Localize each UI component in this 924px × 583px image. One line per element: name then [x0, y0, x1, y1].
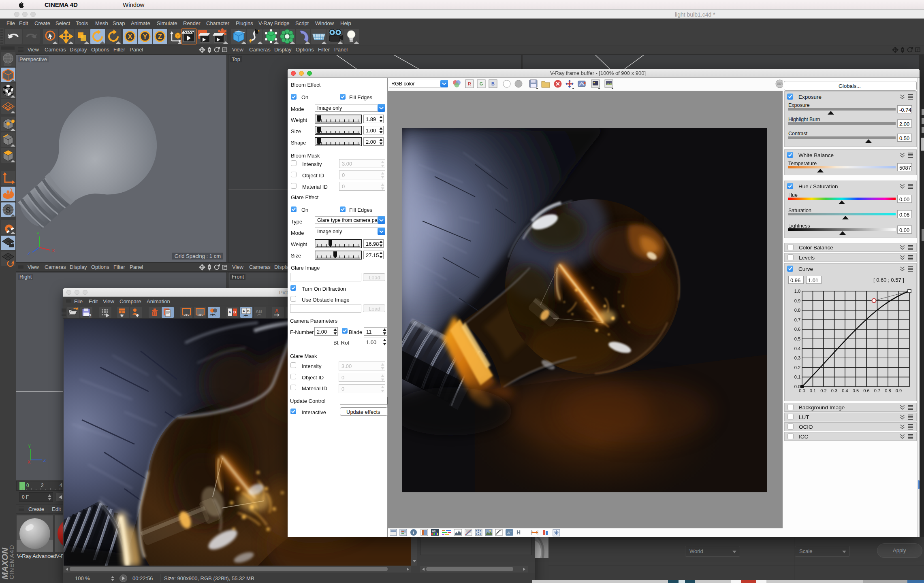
svg-text:Z: Z [43, 458, 46, 463]
svg-text:?: ? [89, 313, 92, 318]
svg-text:0.9: 0.9 [794, 298, 800, 303]
svg-text:X: X [52, 248, 55, 253]
svg-text:0.8: 0.8 [794, 308, 800, 313]
svg-text:Y: Y [28, 444, 31, 449]
svg-text:i: i [413, 530, 414, 535]
svg-text:A: A [228, 310, 231, 314]
svg-text:B: B [247, 309, 250, 313]
svg-text:H: H [516, 529, 521, 536]
svg-text:B: B [491, 81, 495, 86]
svg-text:0.4: 0.4 [842, 388, 848, 393]
svg-text:0.2: 0.2 [820, 388, 826, 393]
svg-text:G: G [480, 81, 483, 86]
svg-text:Y: Y [143, 33, 147, 40]
svg-text:0.2: 0.2 [794, 365, 800, 370]
svg-text:1.0: 1.0 [794, 289, 800, 294]
svg-text:B: B [233, 310, 236, 314]
svg-text:0.7: 0.7 [874, 388, 880, 393]
svg-text:A: A [243, 309, 245, 313]
svg-text:0.1: 0.1 [794, 374, 800, 379]
svg-text:0.5: 0.5 [853, 388, 859, 393]
svg-text:0.1: 0.1 [810, 388, 816, 393]
svg-text:HSL: HSL [432, 530, 437, 533]
svg-text:X: X [128, 33, 132, 40]
svg-text:0.8: 0.8 [885, 388, 891, 393]
svg-text:0.0: 0.0 [799, 388, 805, 393]
svg-text:0.6: 0.6 [794, 327, 800, 332]
svg-text:0.5: 0.5 [794, 336, 800, 341]
svg-text:0.3: 0.3 [831, 388, 837, 393]
svg-text:0.3: 0.3 [794, 355, 800, 360]
svg-text:0.6: 0.6 [863, 388, 869, 393]
svg-text:S: S [6, 206, 11, 214]
svg-text:0.9: 0.9 [896, 388, 902, 393]
svg-text:Y: Y [36, 231, 40, 236]
svg-text:STOP: STOP [777, 83, 783, 85]
svg-text:0.7: 0.7 [794, 317, 800, 322]
svg-text:X: X [28, 460, 31, 464]
svg-text:Z: Z [158, 33, 162, 40]
svg-text:R: R [468, 81, 471, 86]
svg-text:0.4: 0.4 [794, 346, 800, 351]
svg-text:LUT: LUT [506, 531, 512, 534]
svg-text:A: A [275, 308, 279, 314]
svg-text:Z: Z [28, 251, 30, 256]
svg-text:AB: AB [256, 309, 262, 314]
